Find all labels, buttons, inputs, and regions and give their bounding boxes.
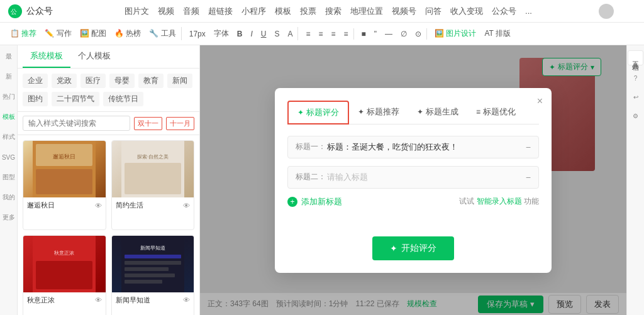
- toolbar-btn-align-center[interactable]: ≡: [315, 28, 326, 40]
- toolbar-btn-color[interactable]: A: [284, 28, 296, 40]
- modal-overlay[interactable]: × ✦ 标题评分 ✦ 标题推荐 ✦ 标题生成: [200, 45, 626, 315]
- modal-tab-recommend[interactable]: ✦ 标题推荐: [349, 101, 408, 124]
- toolbar-btn-block[interactable]: ■: [358, 28, 369, 40]
- date-badge-november[interactable]: 十一月: [166, 117, 194, 130]
- cat-parenting[interactable]: 母婴: [109, 74, 135, 88]
- toolbar-btn-imgdesign[interactable]: 🖼️ 图片设计: [431, 27, 479, 40]
- field1-collapse-btn[interactable]: −: [526, 142, 531, 152]
- cat-traditional[interactable]: 传统节日: [103, 92, 143, 106]
- field1-value[interactable]: 标题：圣诞大餐，吃货们的狂欢夜！: [327, 141, 526, 153]
- toolbar-btn-tool[interactable]: 🔧 工具: [146, 27, 179, 40]
- sidebar-icon-more[interactable]: 更多: [3, 211, 15, 224]
- toolbar-btn-phi[interactable]: ∅: [397, 28, 410, 40]
- nav-more[interactable]: ...: [525, 6, 532, 16]
- template-card-autumn[interactable]: 邂逅秋日 邂逅秋日 👁: [23, 140, 106, 230]
- date-badge-double11[interactable]: 双十一: [134, 117, 162, 130]
- right-icon-back[interactable]: ↩: [630, 91, 642, 103]
- eye-icon-4[interactable]: 👁: [183, 296, 190, 304]
- toolbar-group-align: ≡ ≡ ≡ ≡: [301, 28, 353, 40]
- start-btn-label: 开始评分: [401, 243, 436, 254]
- toolbar-btn-indent[interactable]: ≡: [341, 28, 352, 40]
- sidebar-icon-latest[interactable]: 最: [3, 50, 15, 63]
- cat-education[interactable]: 教育: [138, 74, 164, 88]
- cat-party[interactable]: 党政: [52, 74, 77, 88]
- tab-system-template[interactable]: 系统模板: [23, 45, 70, 68]
- right-icon-question[interactable]: ?: [630, 72, 642, 84]
- eye-icon-2[interactable]: 👁: [183, 202, 190, 209]
- nav-item-search[interactable]: 搜索: [325, 6, 341, 17]
- field2-placeholder[interactable]: 请输入标题: [327, 172, 526, 183]
- main-area: 最 新 热门 模板 样式 SVG 图型 我的 更多 系统模板 个人模板 企业 党…: [0, 45, 644, 315]
- sidebar-icon-shape[interactable]: 图型: [3, 171, 15, 184]
- toolbar-btn-italic[interactable]: I: [247, 28, 255, 40]
- nav-item-qa[interactable]: 问答: [425, 6, 441, 17]
- nav-item-audio[interactable]: 音频: [183, 6, 199, 17]
- toolbar-btn-quote[interactable]: ": [371, 28, 380, 40]
- toolbar-group-features: 📋 推荐 ✏️ 写作 🖼️ 配图 🔥 热榜 🔧 工具: [5, 27, 182, 40]
- sidebar-icon-new[interactable]: 新: [3, 70, 15, 83]
- sidebar-icon-svg[interactable]: SVG: [3, 151, 15, 163]
- sidebar-icon-template[interactable]: 模板: [3, 111, 15, 123]
- smart-link-anchor[interactable]: 智能录入标题: [477, 197, 522, 206]
- field2-collapse-btn[interactable]: −: [526, 172, 531, 182]
- add-title-btn[interactable]: + 添加新标题: [287, 196, 342, 207]
- modal-close-btn[interactable]: ×: [537, 96, 543, 107]
- nav-item-video[interactable]: 视频: [158, 6, 174, 17]
- nav-item-imgtext[interactable]: 图片文: [125, 6, 149, 17]
- toolbar-btn-underline[interactable]: U: [258, 28, 270, 40]
- eye-icon-3[interactable]: 👁: [95, 296, 102, 304]
- right-sidebar: 工具箱 ? ↩ ⚙: [626, 45, 644, 315]
- sidebar-icon-hot[interactable]: 热门: [3, 91, 15, 103]
- start-score-btn[interactable]: ✦ 开始评分: [372, 236, 454, 260]
- sidebar-icon-style[interactable]: 样式: [3, 131, 15, 143]
- right-icon-settings[interactable]: ⚙: [630, 109, 642, 122]
- nav-item-link[interactable]: 超链接: [208, 6, 233, 17]
- modal-tab-score[interactable]: ✦ 标题评分: [287, 101, 349, 124]
- toolbar-btn-image[interactable]: 🖼️ 配图: [77, 27, 109, 40]
- template-card-news[interactable]: 新闻早知道 新闻早知道 👁: [111, 235, 195, 316]
- nav-items: 图片文 视频 音频 超链接 小程序 模板 投票 搜索 地理位置 视频号 问答 收…: [68, 6, 589, 17]
- toolbar-btn-bold[interactable]: B: [234, 28, 246, 40]
- toolbar-group-format: 17px 字体 B I U S A: [184, 27, 299, 40]
- search-input[interactable]: [23, 116, 130, 131]
- toolbar-btn-align-right[interactable]: ≡: [328, 28, 339, 40]
- svg-rect-17: [125, 274, 175, 277]
- top-nav: 公 公众号 图片文 视频 音频 超链接 小程序 模板 投票 搜索 地理位置 视频…: [0, 0, 644, 23]
- template-card-minimal[interactable]: 探索·自然之美 简约生活 👁: [111, 140, 195, 230]
- toolbar-btn-write[interactable]: ✏️ 写作: [42, 27, 74, 40]
- toolbar-btn-align-left[interactable]: ≡: [303, 28, 313, 40]
- eye-icon[interactable]: 👁: [95, 202, 102, 209]
- sidebar-icon-mine[interactable]: 我的: [3, 191, 15, 204]
- toolbar-btn-fontsize[interactable]: 17px: [186, 28, 209, 40]
- nav-item-income[interactable]: 收入变现: [450, 6, 483, 17]
- toolbox-label[interactable]: 工具箱: [628, 50, 643, 65]
- editor-area[interactable]: ✦ 标题评分 ▾ × ✦ 标题评分 ✦ 标题推荐: [200, 45, 626, 315]
- nav-item-location[interactable]: 地理位置: [350, 6, 383, 17]
- modal-tab-optimize[interactable]: ≡ 标题优化: [467, 101, 525, 124]
- svg-rect-18: [125, 280, 162, 284]
- toolbar-btn-hot[interactable]: 🔥 热榜: [111, 27, 144, 40]
- nav-item-template[interactable]: 模板: [275, 6, 291, 17]
- cat-24solar[interactable]: 二十四节气: [52, 92, 99, 106]
- toolbar-btn-layout[interactable]: AT 排版: [481, 27, 514, 40]
- toolbar-btn-recommend[interactable]: 📋 推荐: [7, 27, 40, 40]
- nav-item-videonumber[interactable]: 视频号: [392, 6, 416, 17]
- nav-item-vote[interactable]: 投票: [300, 6, 316, 17]
- cat-medical[interactable]: 医疗: [80, 74, 106, 88]
- template-card-footer-2: 简约生活 👁: [112, 197, 194, 213]
- toolbar-btn-dash[interactable]: —: [382, 28, 396, 40]
- toolbar-btn-font[interactable]: 字体: [211, 27, 232, 40]
- cat-enterprise[interactable]: 企业: [23, 74, 48, 88]
- avatar[interactable]: [599, 4, 614, 19]
- nav-item-official[interactable]: 公众号: [492, 6, 516, 17]
- modal-tab-generate[interactable]: ✦ 标题生成: [408, 101, 467, 124]
- cat-minimal[interactable]: 图约: [23, 92, 48, 106]
- cat-news[interactable]: 新闻: [167, 74, 192, 88]
- toolbar-btn-at[interactable]: ⊙: [412, 28, 425, 40]
- svg-rect-11: [36, 261, 92, 289]
- toolbar-btn-strikethrough[interactable]: S: [271, 28, 282, 40]
- nav-item-miniapp[interactable]: 小程序: [242, 6, 266, 17]
- template-card-redbg[interactable]: 秋意正浓 秋意正浓 👁: [23, 235, 106, 316]
- nav-right: [599, 4, 636, 19]
- tab-personal-template[interactable]: 个人模板: [70, 45, 118, 68]
